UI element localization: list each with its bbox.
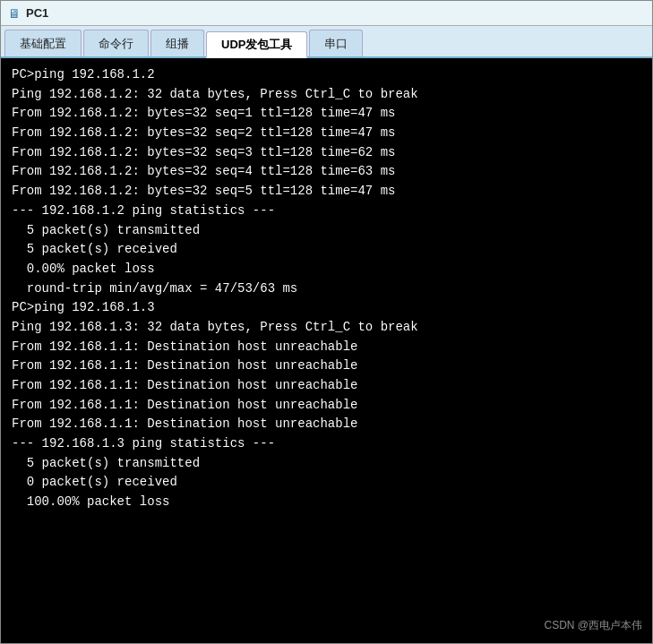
tab-multicast[interactable]: 组播: [150, 30, 204, 56]
terminal-line: From 192.168.1.1: Destination host unrea…: [12, 396, 641, 416]
terminal-line: 5 packet(s) received: [12, 240, 641, 260]
title-bar: 🖥 PC1: [1, 1, 652, 26]
terminal-line: From 192.168.1.1: Destination host unrea…: [12, 338, 641, 357]
tab-bar: 基础配置 命令行 组播 UDP发包工具 串口: [1, 26, 652, 58]
tab-cmd[interactable]: 命令行: [83, 30, 149, 56]
terminal-line: PC>ping 192.168.1.2: [12, 65, 641, 85]
tab-serial[interactable]: 串口: [309, 30, 363, 56]
terminal-line: 0 packet(s) received: [12, 473, 641, 493]
terminal-line: From 192.168.1.1: Destination host unrea…: [12, 356, 641, 376]
terminal-line: 5 packet(s) transmitted: [12, 221, 641, 241]
terminal-line: round-trip min/avg/max = 47/53/63 ms: [12, 279, 641, 299]
terminal-line: From 192.168.1.2: bytes=32 seq=5 ttl=128…: [12, 182, 641, 202]
terminal-line: From 192.168.1.2: bytes=32 seq=4 ttl=128…: [12, 162, 641, 182]
window-title: PC1: [26, 6, 48, 20]
window-icon: 🖥: [8, 6, 21, 21]
terminal-line: From 192.168.1.2: bytes=32 seq=3 ttl=128…: [12, 143, 641, 163]
terminal-line: Ping 192.168.1.2: 32 data bytes, Press C…: [12, 85, 641, 105]
terminal-line: From 192.168.1.2: bytes=32 seq=1 ttl=128…: [12, 104, 641, 124]
terminal-line: PC>ping 192.168.1.3: [12, 298, 641, 318]
tab-basic[interactable]: 基础配置: [4, 30, 82, 56]
terminal-line: From 192.168.1.2: bytes=32 seq=2 ttl=128…: [12, 124, 641, 143]
terminal-line: Ping 192.168.1.3: 32 data bytes, Press C…: [12, 318, 641, 338]
main-window: 🖥 PC1 基础配置 命令行 组播 UDP发包工具 串口 PC>ping 192…: [0, 0, 653, 644]
terminal-line: 0.00% packet loss: [12, 260, 641, 279]
tab-udp[interactable]: UDP发包工具: [206, 31, 307, 58]
terminal-line: From 192.168.1.1: Destination host unrea…: [12, 415, 641, 434]
terminal-line: --- 192.168.1.2 ping statistics ---: [12, 202, 641, 221]
terminal-line: 100.00% packet loss: [12, 493, 641, 512]
terminal-line: 5 packet(s) transmitted: [12, 454, 641, 474]
terminal-output[interactable]: PC>ping 192.168.1.2Ping 192.168.1.2: 32 …: [1, 58, 652, 643]
terminal-line: --- 192.168.1.3 ping statistics ---: [12, 434, 641, 454]
terminal-line: From 192.168.1.1: Destination host unrea…: [12, 376, 641, 396]
